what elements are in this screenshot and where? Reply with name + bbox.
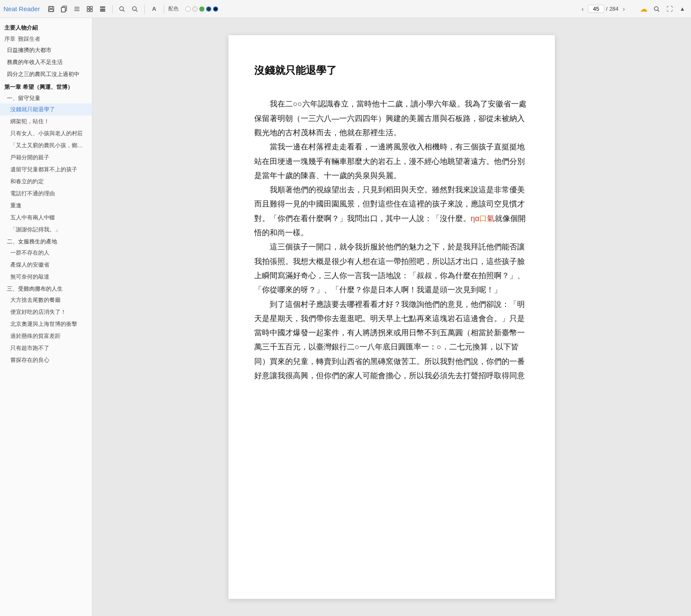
- sidebar-item-14[interactable]: 五人中有兩人中輟: [0, 212, 92, 224]
- grid-icon[interactable]: [85, 4, 95, 14]
- total-pages: 284: [609, 6, 619, 12]
- svg-rect-15: [100, 10, 105, 12]
- color-dark1[interactable]: [206, 6, 211, 12]
- topbar: Neat Reader: [0, 0, 691, 18]
- svg-rect-10: [90, 6, 92, 9]
- paragraph-0: 我在二○○六年認識春立，當時他十二歲，讀小學六年級。我為了安徽省一處保留著明朝（…: [254, 97, 529, 140]
- svg-rect-13: [100, 6, 105, 8]
- save-icon[interactable]: [46, 4, 56, 14]
- sep1: [112, 5, 113, 13]
- svg-point-16: [120, 6, 124, 10]
- reading-area: 沒錢就只能退學了 我在二○○六年認識春立，當時他十二歲，讀小學六年級。我為了安徽…: [92, 18, 691, 616]
- sidebar-item-0[interactable]: 日益擁擠的大都市: [0, 44, 92, 56]
- sidebar-item-7[interactable]: 只有女人、小孩與老人的村莊: [0, 127, 92, 140]
- collapse-icon[interactable]: ▲: [677, 4, 688, 14]
- svg-point-20: [654, 6, 658, 10]
- chapter-title: 沒錢就只能退學了: [254, 61, 529, 80]
- svg-rect-14: [100, 9, 105, 10]
- svg-rect-6: [74, 7, 79, 8]
- color-cream[interactable]: [192, 6, 198, 12]
- highlight-text-3: 氣: [487, 214, 495, 223]
- color-green[interactable]: [199, 6, 204, 12]
- sidebar-item-23[interactable]: 北京奧運與上海世博的衝擊: [0, 318, 92, 330]
- next-page-button[interactable]: ›: [620, 5, 627, 13]
- sep3: [164, 5, 164, 13]
- paragraph-2: 我順著他們的視線望出去，只見到稻田與天空。雖然對我來說這是非常優美而且難得一見的…: [254, 183, 529, 240]
- color-options: [186, 6, 218, 12]
- page-sep: /: [606, 6, 608, 12]
- sidebar-item-12[interactable]: 電話打不通的理由: [0, 188, 92, 200]
- search-icon-1[interactable]: [117, 4, 127, 14]
- svg-rect-8: [74, 10, 79, 11]
- svg-rect-4: [61, 7, 65, 12]
- sidebar-item-2[interactable]: 四分之三的農民工沒上過初中: [0, 68, 92, 80]
- sidebar-chapter-1[interactable]: 第一章 希望（興運、世博）: [0, 81, 92, 92]
- svg-rect-2: [49, 9, 53, 12]
- svg-rect-1: [50, 6, 52, 9]
- menu-icon[interactable]: [72, 4, 82, 14]
- svg-line-19: [136, 10, 138, 12]
- svg-line-21: [658, 10, 660, 12]
- svg-rect-11: [87, 9, 89, 12]
- sidebar-item-13[interactable]: 重逢: [0, 200, 92, 212]
- sidebar-item-15[interactable]: 「謝謝你記得我。」: [0, 224, 92, 236]
- sidebar-item-21[interactable]: 大方捨去尾數的餐廳: [0, 294, 92, 306]
- sidebar-item-11[interactable]: 和春立的約定: [0, 176, 92, 188]
- sidebar-item-22[interactable]: 便宜好吃的店消失了！: [0, 306, 92, 318]
- svg-point-18: [133, 6, 137, 10]
- color-white[interactable]: [186, 6, 191, 12]
- main-layout: 主要人物介紹 序章 難踩生者 日益擁擠的大都市 務農的年收入不足生活 四分之三的…: [0, 18, 691, 616]
- svg-rect-0: [49, 6, 54, 12]
- sidebar-item-8[interactable]: 「又土又窮的農民小孩，鄉…: [0, 140, 92, 152]
- cloud-icon[interactable]: ☁: [639, 4, 649, 14]
- highlight-text-2: 口: [479, 214, 487, 223]
- svg-rect-12: [90, 9, 92, 12]
- highlight-text: ηα: [471, 214, 479, 223]
- sidebar-item-24[interactable]: 過於懸殊的貧富差距: [0, 330, 92, 342]
- sidebar-chapter-header: 序章 難踩生者: [0, 33, 92, 44]
- sidebar-item-17[interactable]: 一群不存在的人: [0, 247, 92, 259]
- sidebar-item-18[interactable]: 產煤人的安徽省: [0, 259, 92, 271]
- paragraph-1: 當我一邊在村落裡走走看看，一邊將風景收入相機時，有三個孩子直挺挺地站在田埂邊一塊…: [254, 140, 529, 183]
- paragraph-4: 到了這個村子應該要去哪裡看看才好？我徵詢他們的意見，他們卻說：「明天是星期天，我…: [254, 297, 529, 383]
- color-dark2[interactable]: [213, 6, 218, 12]
- sidebar-active-item[interactable]: 沒錢就只能退學了: [0, 103, 92, 115]
- topbar-search-icon[interactable]: [651, 4, 662, 14]
- copy-icon[interactable]: [59, 4, 69, 14]
- sidebar-item-19[interactable]: 無可奈何的敲達: [0, 271, 92, 283]
- sidebar-item-1[interactable]: 務農的年收入不足生活: [0, 56, 92, 68]
- sidebar-top-section[interactable]: 主要人物介紹: [0, 21, 92, 33]
- topbar-right: ☁ ⛶ ▲: [639, 4, 688, 14]
- sidebar-subsection-2: 二、女服務生的產地: [0, 236, 92, 247]
- svg-line-17: [123, 10, 125, 12]
- sidebar-subsection-3: 三、受雞肉攤布的人生: [0, 283, 92, 294]
- font-size-icon[interactable]: A: [149, 4, 159, 14]
- chapter-subtitle: 難踩生者: [18, 35, 40, 43]
- sidebar-item-10[interactable]: 遺留守兒童都算不上的孩子: [0, 164, 92, 176]
- fullscreen-icon[interactable]: ⛶: [664, 4, 675, 14]
- list-icon[interactable]: [97, 4, 108, 14]
- chapter-label: 序章: [4, 35, 15, 43]
- color-label: 配色: [168, 5, 179, 12]
- sep2: [144, 5, 145, 13]
- sidebar-item-26[interactable]: 嘗探存在的良心: [0, 354, 92, 366]
- sidebar-item-9[interactable]: 戶籍分開的親子: [0, 152, 92, 164]
- sidebar-subsection-1: 一、留守兒童: [0, 92, 92, 103]
- search-icon-2[interactable]: [130, 4, 140, 14]
- sidebar-item-25[interactable]: 只有超市跑不了: [0, 342, 92, 354]
- page-content: 沒錢就只能退學了 我在二○○六年認識春立，當時他十二歲，讀小學六年級。我為了安徽…: [228, 35, 555, 599]
- sidebar: 主要人物介紹 序章 難踩生者 日益擁擠的大都市 務農的年收入不足生活 四分之三的…: [0, 18, 92, 616]
- page-number-input[interactable]: [588, 5, 604, 13]
- svg-rect-7: [74, 9, 79, 9]
- prev-page-button[interactable]: ‹: [579, 5, 586, 13]
- sidebar-item-6[interactable]: 綁架犯，站住！: [0, 115, 92, 127]
- svg-rect-9: [87, 6, 89, 9]
- page-nav: ‹ / 284 ›: [579, 5, 627, 13]
- paragraph-3: 這三個孩子一開口，就令我折服於他們的魅力之下，於是我拜託他們能否讓我拍張照。我想…: [254, 240, 529, 297]
- app-title: Neat Reader: [3, 5, 40, 12]
